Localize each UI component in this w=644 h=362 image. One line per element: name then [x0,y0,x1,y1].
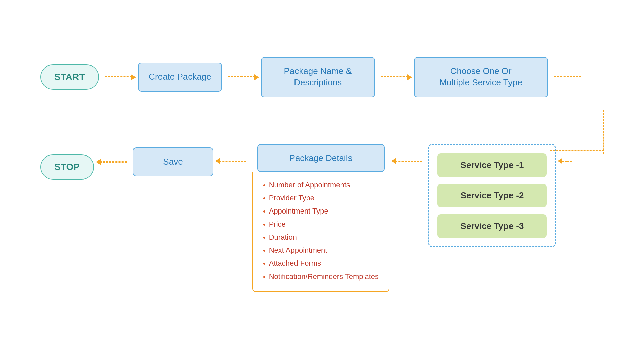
arrow-service-to-details [395,161,422,162]
package-details-list: •Number of Appointments •Provider Type •… [252,172,389,292]
stop-label: STOP [54,162,80,172]
package-details-wrapper: Package Details •Number of Appointments … [252,144,389,292]
list-item: •Duration [263,231,379,244]
item-label: Appointment Type [269,207,328,216]
save-node: Save [133,147,213,176]
stop-node: STOP [40,154,94,180]
arrow-right-to-service [562,161,572,162]
bullet-icon: • [263,194,266,203]
arrow-line-6 [219,161,246,162]
list-item: •Appointment Type [263,205,379,218]
arrow-head-6 [215,158,220,164]
row2: STOP Save Package Details [40,144,604,292]
choose-service-label: Choose One Or Multiple Service Type [439,66,522,87]
bullet-icon: • [263,207,266,216]
diagram-container: START Create Package Package Name & Desc… [27,30,617,332]
service-type-2-label: Service Type -2 [461,190,524,200]
package-details-label: Package Details [289,153,353,163]
list-item: •Notification/Reminders Templates [263,270,379,283]
arrow-head-5 [96,159,101,165]
arrow-save-to-stop [100,161,127,163]
bullet-icon: • [263,233,266,242]
arrow-name-to-choose [381,76,408,77]
bullet-icon: • [263,246,266,255]
item-label: Attached Forms [269,259,321,268]
package-details-items: •Number of Appointments •Provider Type •… [263,179,379,283]
arrow-dashed-6 [219,161,246,162]
bullet-icon: • [263,259,266,268]
service-type-1: Service Type -1 [437,153,547,177]
bullet-icon: • [263,273,266,281]
item-label: Duration [269,233,297,242]
service-type-3: Service Type -3 [437,214,547,238]
list-item: •Provider Type [263,192,379,205]
arrow-line-3 [381,76,408,77]
arrow-line-5 [100,161,127,163]
arrow-details-to-save [219,161,246,162]
package-name-label: Package Name & Descriptions [284,66,352,87]
start-label: START [54,72,85,82]
service-type-container: Service Type -1 Service Type -2 Service … [428,144,556,247]
arrow-line-8 [562,161,572,162]
item-label: Notification/Reminders Templates [269,272,379,281]
list-item: •Next Appointment [263,244,379,257]
arrow-choose-right [554,76,581,77]
bullet-icon: • [263,181,266,190]
arrow-create-to-name [228,76,255,77]
arrow-head-8 [558,158,562,164]
package-name-node: Package Name & Descriptions [261,57,375,97]
service-type-3-label: Service Type -3 [461,221,524,231]
create-package-label: Create Package [149,72,211,82]
bullet-icon: • [263,220,266,229]
arrow-dashed-8 [562,161,572,162]
arrow-head-7 [391,158,396,164]
item-label: Provider Type [269,194,314,202]
arrow-line-2 [228,76,255,77]
choose-service-node: Choose One Or Multiple Service Type [414,57,548,97]
arrow-line-7 [395,161,422,162]
arrow-start-to-create [105,76,132,77]
item-label: Price [269,220,286,229]
service-type-1-label: Service Type -1 [461,160,524,170]
list-item: •Number of Appointments [263,179,379,192]
package-details-node: Package Details [257,144,385,172]
list-item: •Attached Forms [263,257,379,270]
save-label: Save [163,157,183,167]
create-package-node: Create Package [138,63,222,92]
item-label: Next Appointment [269,246,327,255]
arrow-line-4 [554,76,581,77]
service-type-2: Service Type -2 [437,184,547,207]
start-node: START [40,64,99,90]
arrow-line-1 [105,76,132,77]
arrow-dashed-7 [395,161,422,162]
arrow-line-5b [100,162,127,163]
item-label: Number of Appointments [269,181,350,189]
row1: START Create Package Package Name & Desc… [40,57,604,97]
list-item: •Price [263,218,379,231]
